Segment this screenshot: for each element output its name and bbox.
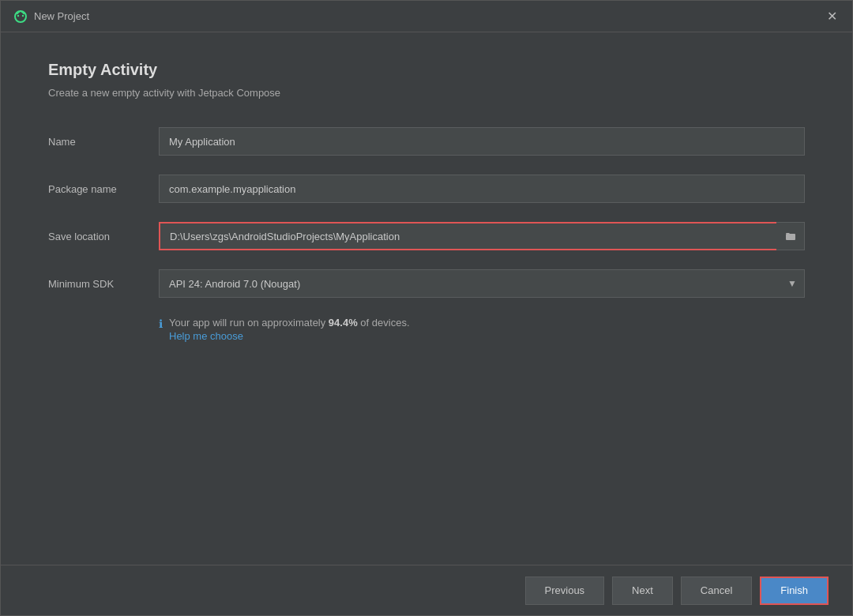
svg-point-2 [22, 14, 24, 16]
svg-point-0 [15, 11, 26, 22]
android-studio-icon [13, 9, 28, 24]
info-row: ℹ Your app will run on approximately 94.… [159, 317, 805, 342]
finish-button[interactable]: Finish [760, 577, 829, 605]
min-sdk-select[interactable]: API 21: Android 5.0 (Lollipop) API 22: A… [159, 269, 805, 298]
min-sdk-wrapper: API 21: Android 5.0 (Lollipop) API 22: A… [159, 269, 805, 298]
save-location-input[interactable] [159, 222, 805, 250]
package-name-row: Package name [48, 175, 805, 203]
svg-point-1 [17, 14, 19, 16]
min-sdk-row: Minimum SDK API 21: Android 5.0 (Lollipo… [48, 269, 805, 298]
svg-rect-5 [786, 234, 795, 240]
name-label: Name [48, 136, 159, 148]
help-me-choose-link[interactable]: Help me choose [169, 330, 410, 342]
folder-icon [785, 231, 796, 242]
save-location-row: Save location [48, 222, 805, 250]
next-button[interactable]: Next [612, 577, 673, 605]
dialog-footer: Previous Next Cancel Finish [1, 565, 852, 615]
name-input[interactable] [159, 127, 805, 156]
info-percent: 94.4% [329, 317, 358, 329]
info-icon: ℹ [159, 317, 163, 330]
title-bar: New Project ✕ [1, 1, 852, 32]
new-project-dialog: New Project ✕ Empty Activity Create a ne… [0, 0, 853, 616]
package-name-input[interactable] [159, 175, 805, 203]
close-button[interactable]: ✕ [824, 9, 840, 24]
browse-button[interactable] [776, 222, 805, 250]
info-text: Your app will run on approximately 94.4%… [169, 317, 410, 329]
package-name-input-wrapper [159, 175, 805, 203]
info-content: Your app will run on approximately 94.4%… [169, 317, 410, 342]
section-title: Empty Activity [48, 61, 805, 79]
title-bar-left: New Project [13, 9, 89, 24]
name-input-wrapper [159, 127, 805, 156]
save-location-label: Save location [48, 231, 159, 242]
info-text-before: Your app will run on approximately [169, 317, 329, 329]
dialog-title: New Project [34, 10, 89, 22]
section-subtitle: Create a new empty activity with Jetpack… [48, 87, 805, 99]
previous-button[interactable]: Previous [525, 577, 605, 605]
save-location-wrapper [159, 222, 805, 250]
cancel-button[interactable]: Cancel [681, 577, 752, 605]
package-name-label: Package name [48, 183, 159, 195]
info-text-after: of devices. [358, 317, 410, 329]
name-row: Name [48, 127, 805, 156]
dialog-content: Empty Activity Create a new empty activi… [1, 32, 852, 565]
min-sdk-label: Minimum SDK [48, 278, 159, 290]
